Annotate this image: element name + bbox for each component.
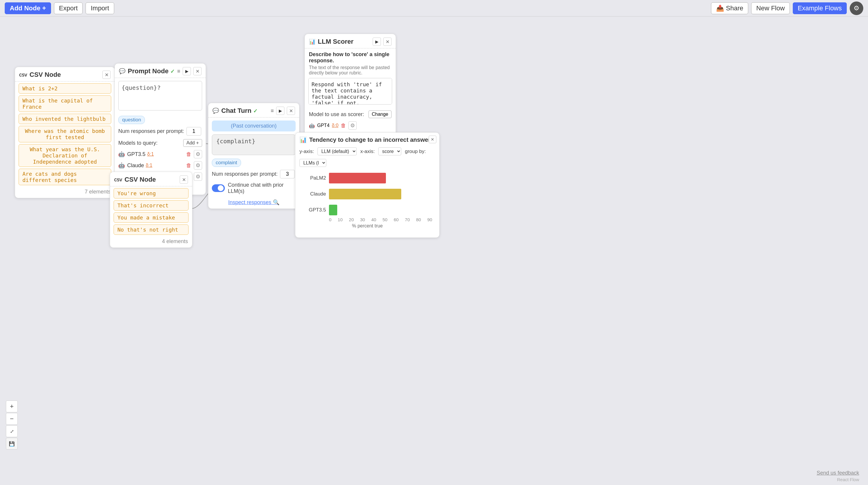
bar-track-palm <box>329 173 432 183</box>
gpt35-delete[interactable]: 🗑 <box>186 151 191 158</box>
prompt-icon: 💬 <box>119 68 125 75</box>
chat-node-header: 💬 Chat Turn ✓ ≡ ▶ ✕ <box>208 103 299 118</box>
bar-label-palm: PaLM2 <box>302 175 326 181</box>
chart-icon: 📊 <box>300 136 307 143</box>
claude-version[interactable]: δ:1 <box>146 163 152 168</box>
toggle-row: Continue chat with prior LLM(s) <box>208 180 299 196</box>
num-responses-input[interactable] <box>186 127 201 136</box>
settings-button[interactable]: ⚙ <box>850 1 863 15</box>
scorer-rubric-textarea[interactable] <box>308 78 392 105</box>
csv-node-1-close[interactable]: ✕ <box>102 70 111 79</box>
chat-close-button[interactable]: ✕ <box>287 107 295 115</box>
gpt4-delete[interactable]: 🗑 <box>341 122 346 129</box>
csv-node-1-header: csv CSV Node ✕ <box>15 67 115 82</box>
gpt4-settings[interactable]: ⚙ <box>348 121 357 130</box>
chart-groupby-select[interactable]: LLMs (l <box>300 159 326 167</box>
csv-item-5: Are cats and dogs different species <box>19 169 111 185</box>
chart-controls: y-axis: LLM (default) x-axis: score grou… <box>295 146 439 170</box>
zoom-out-button[interactable]: − <box>6 413 18 425</box>
complaint-tag: complaint <box>212 159 241 167</box>
csv-node-2: csv CSV Node ✕ You're wrong That's incor… <box>110 172 192 248</box>
import-button[interactable]: Import <box>86 2 114 14</box>
csv-node-1: csv CSV Node ✕ What is 2+2 What is the c… <box>15 67 115 198</box>
prompt-play-button[interactable]: ▶ <box>183 67 191 75</box>
prompt-close-button[interactable]: ✕ <box>193 67 202 75</box>
prompt-textarea[interactable] <box>118 81 202 111</box>
csv2-item-2: You made a mistake <box>114 212 189 223</box>
new-flow-button[interactable]: New Flow <box>751 2 790 14</box>
react-flow-label: React Flow <box>837 477 859 482</box>
chart-yaxis-select[interactable]: LLM (default) <box>317 147 357 155</box>
zoom-in-button[interactable]: + <box>6 401 18 412</box>
chart-xaxis: 0102030405060708090 <box>300 215 435 223</box>
chat-node-title: Chat Turn ✓ <box>221 107 268 115</box>
csv-item-1: What is the capital of France <box>19 95 111 112</box>
scorer-header: 📊 LLM Scorer ▶ ✕ <box>305 34 396 49</box>
csv-node-2-title: CSV Node <box>125 176 177 183</box>
zoom-save-button[interactable]: 💾 <box>6 438 18 450</box>
csv2-item-3: No that's not right <box>114 225 189 235</box>
complaint-var-display: {complaint} <box>212 134 296 155</box>
chat-menu-icon[interactable]: ≡ <box>271 108 274 114</box>
prompt-node-title: Prompt Node ✓ <box>128 67 175 75</box>
chat-num-responses-row: Num responses per prompt: <box>208 168 299 180</box>
chart-xlabel: % percent true <box>300 223 435 232</box>
gpt4-icon: 🤖 <box>309 123 315 129</box>
share-button[interactable]: 📤 Share <box>711 2 748 14</box>
export-button[interactable]: Export <box>54 2 83 14</box>
chat-play-button[interactable]: ▶ <box>276 107 284 115</box>
chart-area: PaLM2 Claude GPT3.5 <box>295 170 439 234</box>
gpt4-version[interactable]: δ:0 <box>332 123 338 128</box>
question-tag: question <box>118 116 145 124</box>
bar-row-palm: PaLM2 <box>302 173 432 183</box>
canvas: csv CSV Node ✕ What is 2+2 What is the c… <box>0 17 868 485</box>
add-model-button[interactable]: Add + <box>183 139 202 147</box>
chat-inspect-link[interactable]: Inspect responses 🔍 <box>208 196 299 208</box>
scorer-icon: 📊 <box>309 38 315 45</box>
topbar-right: 📤 Share New Flow Example Flows ⚙ <box>711 1 863 15</box>
scorer-description: Describe how to 'score' a single respons… <box>305 49 396 65</box>
chart-xaxis-select[interactable]: score <box>378 147 401 155</box>
prompt-node-header: 💬 Prompt Node ✓ ≡ ▶ ✕ <box>115 63 206 78</box>
chart-close-button[interactable]: ✕ <box>429 136 436 143</box>
scorer-title: LLM Scorer <box>318 38 370 46</box>
zoom-fit-button[interactable]: ⤢ <box>6 425 18 437</box>
claude-delete[interactable]: 🗑 <box>186 163 191 169</box>
continue-chat-toggle[interactable] <box>212 184 225 192</box>
csv-item-0: What is 2+2 <box>19 83 111 94</box>
bar-label-claude: Claude <box>302 191 326 197</box>
gear-icon: ⚙ <box>854 4 860 12</box>
scorer-play-button[interactable]: ▶ <box>373 37 381 46</box>
claude-name: Claude δ:1 <box>127 163 184 169</box>
bar-fill-claude <box>329 189 401 199</box>
gpt35-name: GPT3.5 δ:1 <box>127 151 184 158</box>
chat-num-responses-input[interactable] <box>280 170 295 178</box>
csv-node-2-close[interactable]: ✕ <box>180 175 188 184</box>
scorer-close-button[interactable]: ✕ <box>383 37 392 46</box>
gpt35-icon: 🤖 <box>118 151 125 158</box>
palm-settings[interactable]: ⚙ <box>194 172 202 181</box>
chat-check-icon: ✓ <box>253 108 257 114</box>
scorer-model-row: Model to use as scorer: Change <box>305 109 396 120</box>
csv-node-2-header: csv CSV Node ✕ <box>110 172 192 187</box>
add-node-button[interactable]: Add Node + <box>5 2 51 14</box>
chat-node: 💬 Chat Turn ✓ ≡ ▶ ✕ (Past conversation) … <box>208 103 300 209</box>
scorer-subdesc: The text of the response will be pasted … <box>305 65 396 78</box>
bar-fill-palm <box>329 173 386 183</box>
csv-node-2-count: 4 elements <box>110 236 192 248</box>
csv-item-4: What year was the U.S. Declaration of In… <box>19 144 111 167</box>
feedback-link[interactable]: Send us feedback <box>817 470 859 476</box>
gpt35-version[interactable]: δ:1 <box>147 151 154 157</box>
csv2-item-0: You're wrong <box>114 188 189 199</box>
csv-icon-1: csv <box>19 72 27 78</box>
num-responses-row: Num responses per prompt: <box>115 125 206 137</box>
gpt35-settings[interactable]: ⚙ <box>194 150 202 158</box>
share-icon: 📤 <box>716 4 724 12</box>
chat-icon: 💬 <box>212 108 219 114</box>
prompt-menu-icon[interactable]: ≡ <box>177 68 180 75</box>
example-flows-button[interactable]: Example Flows <box>793 2 847 14</box>
csv2-item-1: That's incorrect <box>114 200 189 210</box>
model-row-claude: 🤖 Claude δ:1 🗑 ⚙ <box>115 160 206 171</box>
claude-settings[interactable]: ⚙ <box>194 161 202 170</box>
scorer-change-button[interactable]: Change <box>369 111 392 118</box>
